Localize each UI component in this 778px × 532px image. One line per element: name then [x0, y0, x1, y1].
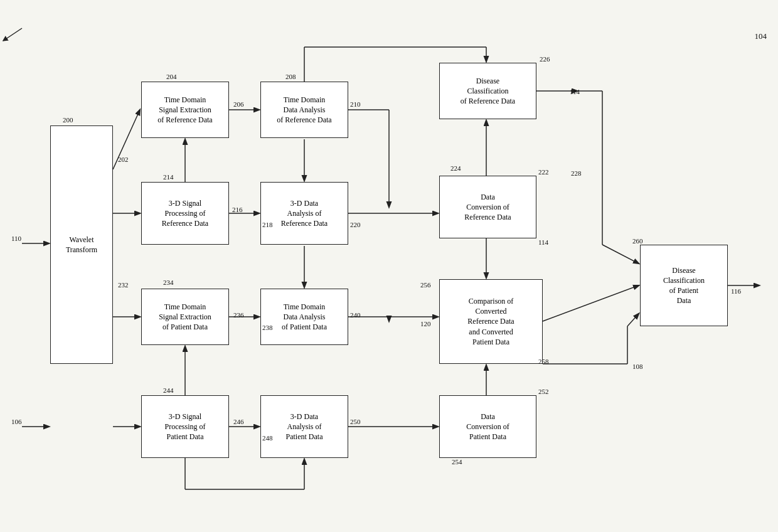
ref-252: 252	[538, 388, 549, 395]
disease-pat-box: DiseaseClassificationof PatientData	[640, 245, 728, 326]
ref-106: 106	[11, 418, 22, 425]
svg-line-36	[627, 314, 639, 326]
ref-234: 234	[163, 279, 174, 286]
ref-258: 258	[538, 358, 549, 365]
diagram: Wavelet Transform Time DomainSignal Extr…	[0, 0, 778, 532]
disease-pat-label: DiseaseClassificationof PatientData	[663, 265, 705, 306]
ref-254: 254	[452, 458, 462, 466]
ref-120: 120	[420, 320, 431, 327]
wavelet-transform-label: Wavelet Transform	[53, 235, 110, 255]
ref-260: 260	[632, 237, 643, 245]
3dsp-pat-box: 3-D SignalProcessing ofPatient Data	[141, 395, 229, 458]
ref-110: 110	[11, 235, 21, 242]
ref-104: 104	[755, 31, 767, 41]
svg-line-40	[3, 28, 22, 41]
ref-224: 224	[450, 164, 461, 172]
ref-218: 218	[262, 221, 273, 228]
ref-214: 214	[163, 173, 174, 181]
dc-pat-box: DataConversion ofPatient Data	[439, 395, 536, 458]
ref-246: 246	[233, 418, 244, 425]
svg-line-21	[543, 285, 639, 321]
3dda-ref-label: 3-D DataAnalysis ofReference Data	[281, 198, 328, 229]
ref-256: 256	[420, 281, 431, 289]
3dsp-ref-label: 3-D SignalProcessing ofReference Data	[162, 198, 208, 229]
dc-ref-label: DataConversion ofReference Data	[464, 192, 511, 223]
ref-228: 228	[571, 169, 582, 177]
ref-244: 244	[163, 386, 174, 394]
wavelet-transform-box: Wavelet Transform	[50, 125, 113, 364]
tdse-ref-label: Time DomainSignal Extractionof Reference…	[157, 95, 212, 125]
ref-250: 250	[350, 418, 361, 425]
ref-240: 240	[350, 311, 361, 319]
compare-box: Comparison ofConvertedReference Dataand …	[439, 279, 543, 364]
tdse-pat-label: Time DomainSignal Extractionof Patient D…	[159, 302, 211, 332]
tdda-pat-label: Time DomainData Analysisof Patient Data	[282, 302, 327, 332]
tdda-pat-box: Time DomainData Analysisof Patient Data	[260, 289, 348, 345]
dc-pat-label: DataConversion ofPatient Data	[466, 412, 509, 442]
ref-200: 200	[63, 116, 73, 124]
tdda-ref-box: Time DomainData Analysisof Reference Dat…	[260, 82, 348, 138]
ref-116: 116	[731, 287, 741, 295]
ref-226: 226	[540, 55, 550, 63]
svg-line-25	[602, 245, 639, 263]
ref-208: 208	[285, 73, 296, 80]
tdse-ref-box: Time DomainSignal Extractionof Reference…	[141, 82, 229, 138]
3dda-pat-label: 3-D DataAnalysis ofPatient Data	[286, 412, 323, 442]
dc-ref-box: DataConversion ofReference Data	[439, 176, 536, 238]
ref-206: 206	[233, 100, 244, 108]
3dda-pat-box: 3-D DataAnalysis ofPatient Data	[260, 395, 348, 458]
ref-210: 210	[350, 100, 361, 108]
svg-line-38	[260, 139, 304, 182]
ref-114b: 114	[538, 238, 548, 246]
ref-114a: 114	[570, 88, 580, 95]
compare-label: Comparison ofConvertedReference Dataand …	[467, 296, 514, 347]
ref-248: 248	[262, 434, 273, 442]
ref-220: 220	[350, 221, 361, 228]
ref-204: 204	[166, 73, 177, 80]
ref-202: 202	[118, 156, 129, 163]
ref-216: 216	[232, 206, 243, 213]
3dsp-ref-box: 3-D SignalProcessing ofReference Data	[141, 182, 229, 245]
ref-104-arrow	[0, 25, 25, 44]
tdda-ref-label: Time DomainData Analysisof Reference Dat…	[277, 95, 331, 125]
ref-108: 108	[632, 363, 643, 370]
ref-232: 232	[118, 281, 129, 289]
disease-ref-label: DiseaseClassificationof Reference Data	[461, 76, 515, 107]
tdse-pat-box: Time DomainSignal Extractionof Patient D…	[141, 289, 229, 345]
3dda-ref-box: 3-D DataAnalysis ofReference Data	[260, 182, 348, 245]
ref-238: 238	[262, 324, 273, 331]
ref-236: 236	[233, 311, 244, 319]
3dsp-pat-label: 3-D SignalProcessing ofPatient Data	[165, 412, 206, 442]
ref-222: 222	[538, 168, 549, 176]
disease-ref-box: DiseaseClassificationof Reference Data	[439, 63, 536, 119]
